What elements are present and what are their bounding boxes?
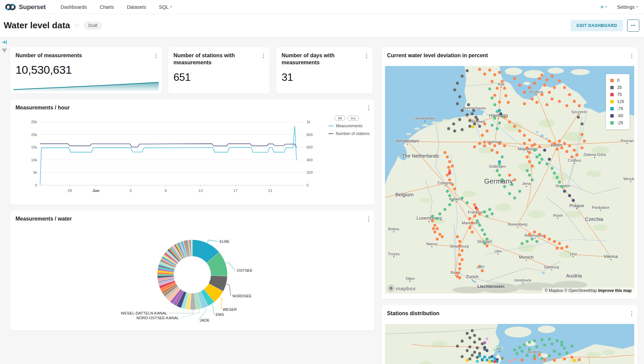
kpi-value: 31	[282, 71, 293, 84]
station-dot	[446, 156, 449, 159]
station-dot	[511, 183, 514, 186]
kebab-menu-icon[interactable]	[365, 53, 368, 59]
map-legend-item[interactable]: 0	[610, 78, 624, 83]
nav-item-datasets[interactable]: Datasets	[127, 4, 146, 10]
legend-swatch	[610, 107, 614, 110]
map-legend-item[interactable]: -25	[610, 121, 624, 125]
filter-list-icon[interactable]	[2, 48, 7, 54]
station-dot	[478, 338, 481, 341]
station-dot	[493, 94, 496, 97]
legend-value: -75	[617, 106, 623, 111]
kebab-menu-icon[interactable]	[262, 53, 265, 59]
map-legend-item[interactable]: 25	[610, 85, 624, 90]
station-dot	[472, 126, 475, 129]
stations-distribution-card: Stations distribution KielRostock	[382, 305, 638, 364]
station-dot	[468, 119, 471, 122]
station-dot	[508, 120, 511, 123]
station-dot	[453, 129, 456, 132]
measurements-per-hour-chart-card: Measurements / hour 05k10k15k20k25k02004…	[10, 99, 375, 205]
station-dot	[446, 190, 449, 193]
improve-map-link[interactable]: Improve this map	[598, 288, 632, 293]
station-dot	[503, 144, 506, 147]
station-dot	[466, 349, 469, 352]
station-dot	[580, 123, 583, 126]
water-level-deviation-card: Current water level deviation in percent	[382, 47, 638, 299]
nav-item-dashboards[interactable]: Dashboards	[61, 4, 87, 10]
station-dot	[501, 347, 504, 350]
kpi-title: Number of stations with measurements	[173, 52, 255, 66]
station-dot	[543, 84, 546, 87]
stations-scatter-map[interactable]: KielRostock	[385, 324, 634, 364]
osm-attribution-link[interactable]: © OpenStreetMap	[564, 288, 597, 293]
map-legend-item[interactable]: -75	[610, 106, 624, 111]
more-options-button[interactable]: •••	[627, 20, 639, 32]
station-dot	[473, 334, 476, 337]
station-dot	[483, 233, 486, 236]
svg-text:EMS: EMS	[216, 312, 224, 317]
station-dot	[453, 88, 456, 91]
nav-item-charts[interactable]: Charts	[100, 4, 114, 10]
station-dot	[543, 358, 546, 361]
chart-legend: AllInvMeasurementsNumber of stations	[328, 115, 374, 139]
station-dot	[563, 347, 566, 350]
station-dot	[488, 360, 491, 363]
favorite-star-icon[interactable]: ☆	[74, 22, 80, 29]
legend-swatch	[610, 114, 614, 118]
station-dot	[448, 178, 451, 181]
station-dot	[536, 156, 539, 159]
station-dot	[530, 98, 534, 101]
station-dot	[543, 344, 546, 347]
legend-item[interactable]: Measurements	[328, 124, 374, 128]
station-dot	[533, 81, 536, 85]
station-dot	[573, 100, 576, 103]
kebab-menu-icon[interactable]	[631, 53, 633, 59]
svg-text:5k: 5k	[33, 170, 37, 174]
legend-all-button[interactable]: All	[334, 115, 345, 121]
mapbox-logo[interactable]: mapbox	[388, 285, 416, 292]
station-dot	[518, 346, 521, 349]
legend-item[interactable]: Number of stations	[328, 131, 374, 136]
kebab-menu-icon[interactable]	[631, 310, 633, 317]
station-dot	[513, 77, 516, 80]
svg-text:WESEL-DATTELN-KANAL: WESEL-DATTELN-KANAL	[121, 311, 167, 315]
svg-text:Jun: Jun	[92, 189, 99, 193]
station-dot	[501, 357, 504, 360]
station-dot	[541, 93, 544, 96]
legend-inv-button[interactable]: Inv	[347, 115, 359, 121]
station-dot	[456, 102, 459, 105]
station-dot	[548, 338, 551, 341]
station-dot	[493, 117, 496, 120]
station-dot	[473, 341, 476, 344]
settings-menu[interactable]: Settings ▾	[617, 4, 638, 10]
station-dot	[521, 359, 524, 362]
station-dot	[493, 144, 496, 147]
legend-label: Measurements	[336, 124, 362, 128]
map-legend-item[interactable]: -50	[610, 113, 624, 118]
expand-filter-bar-icon[interactable]	[2, 40, 7, 46]
station-dot	[528, 341, 531, 344]
page-title: Water level data	[4, 20, 70, 31]
kebab-menu-icon[interactable]	[155, 53, 157, 59]
station-dot	[553, 240, 556, 243]
svg-text:15k: 15k	[31, 145, 37, 149]
station-dot	[523, 91, 526, 94]
map-legend-item[interactable]: 125	[610, 99, 624, 104]
new-button[interactable]: + ▾	[601, 4, 607, 10]
station-dot	[488, 142, 491, 145]
map-legend-item[interactable]: 75	[610, 92, 624, 97]
deviation-scatter-map[interactable]: 02575125-75-50-25 mapbox © Mapbox © Open…	[385, 66, 634, 294]
svg-text:29: 29	[68, 189, 72, 193]
chart-title: Stations distribution	[387, 310, 440, 317]
station-dot	[573, 149, 576, 152]
edit-dashboard-button[interactable]: EDIT DASHBOARD	[571, 20, 623, 31]
station-dot	[471, 354, 474, 357]
station-dot	[546, 103, 549, 106]
legend-swatch	[610, 121, 614, 125]
kpi-value: 651	[173, 71, 191, 84]
station-dot	[553, 171, 556, 174]
superset-logo[interactable]: Superset	[5, 3, 46, 11]
mapbox-attribution-link[interactable]: © Mapbox	[545, 288, 563, 293]
nav-item-sql[interactable]: SQL▾	[159, 4, 172, 10]
station-dot	[553, 359, 556, 362]
station-dot	[560, 185, 564, 188]
